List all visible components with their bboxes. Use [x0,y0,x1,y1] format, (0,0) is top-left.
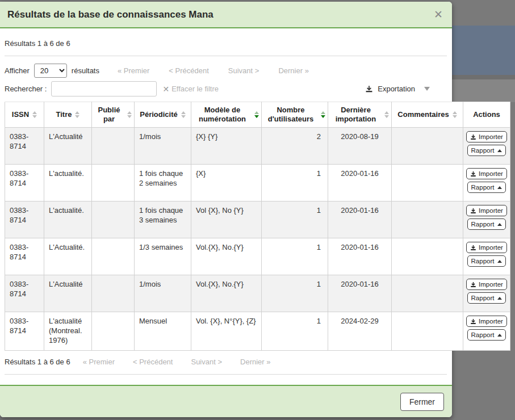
cell-publie-par [92,165,135,201]
report-button[interactable]: Rapport [467,145,506,156]
cell-titre: L'Actualité [44,275,92,312]
cell-modele: {X} {Y} [191,128,262,165]
clear-icon: ✕ [162,85,169,94]
download-icon [470,282,476,288]
report-button[interactable]: Rapport [467,255,506,267]
search-label: Rechercher : [5,85,47,93]
cell-commentaires [392,238,463,275]
cell-titre: L'actualité. [44,201,92,238]
report-button[interactable]: Rapport [467,219,506,230]
clear-filter-button[interactable]: ✕ Effacer le filtre [162,85,219,94]
sort-icon [75,111,79,118]
cell-actions: Importer Rapport [463,238,510,275]
cell-publie-par [92,312,135,351]
results-label: résultats [72,66,99,75]
column-header-issn[interactable]: ISSN [5,102,44,128]
search-row: Rechercher : ✕ Effacer le filtre Exporta… [5,81,447,96]
column-header-actions: Actions [463,102,510,128]
results-summary-top: Résultats 1 à 6 de 6 [5,39,447,48]
backdrop-light-band [451,79,515,102]
chevron-up-icon [497,186,502,189]
cell-utilisateurs: 1 [262,165,328,201]
cell-importation: 2020-01-16 [328,275,392,312]
close-icon[interactable]: ✕ [434,9,443,20]
sort-icon [32,111,37,118]
pagination-prev-bottom[interactable]: < Précédent [133,358,173,366]
column-header-periodicite[interactable]: Périodicité [135,102,191,128]
chevron-up-icon [497,149,502,152]
table-row: 0383-8714 L'Actualité 1/mois {X} {Y} 2 2… [5,128,510,165]
download-icon [470,134,476,140]
clear-filter-label: Effacer le filtre [171,85,219,93]
report-button[interactable]: Rapport [467,329,506,341]
cell-utilisateurs: 1 [262,201,328,238]
cell-actions: Importer Rapport [463,165,510,201]
download-icon [470,245,476,251]
pagination-last-bottom[interactable]: Dernier » [240,358,270,366]
cell-commentaires [392,165,463,201]
cell-issn: 0383-8714 [5,275,44,312]
report-button[interactable]: Rapport [467,292,506,304]
cell-publie-par [92,275,135,312]
table-row: 0383-8714 L'actualité. 1 fois chaque 2 s… [5,165,510,201]
cell-utilisateurs: 1 [262,275,328,312]
cell-periodicite: 1 fois chaque 2 semaines [135,165,191,201]
import-button[interactable]: Importer [466,316,507,327]
cell-actions: Importer Rapport [463,312,510,351]
cell-periodicite: Mensuel [135,312,191,351]
dialog-title: Résultats de la base de connaissances Ma… [7,9,213,20]
table-row: 0383-8714 L'actualité (Montreal. 1976) M… [5,312,510,351]
pagination-first-bottom[interactable]: « Premier [83,358,115,366]
sort-icon [127,111,132,118]
pagination-next-bottom[interactable]: Suivant > [191,358,222,366]
pagination-next[interactable]: Suivant > [228,66,259,75]
report-button[interactable]: Rapport [467,182,506,193]
pagination-first[interactable]: « Premier [118,66,149,75]
cell-modele: Vol. {X}, N°{Y}, {Z} [191,312,262,351]
search-input[interactable] [51,81,157,96]
column-header-modele[interactable]: Modèle de numérotation [191,102,262,128]
import-button[interactable]: Importer [466,242,507,253]
pagination-last[interactable]: Dernier » [278,66,308,75]
download-icon [470,171,476,177]
sort-desc-icon [254,111,259,118]
import-button[interactable]: Importer [466,205,507,216]
cell-modele: Vol {X}, No {Y} [191,201,262,238]
chevron-down-icon [424,87,430,91]
column-header-titre[interactable]: Titre [44,102,92,128]
cell-titre: L'actualité (Montreal. 1976) [44,312,92,351]
dialog-body: Résultats 1 à 6 de 6 Afficher 20 résulta… [0,39,452,375]
cell-utilisateurs: 1 [262,312,328,351]
sort-icon [181,111,186,118]
close-button[interactable]: Fermer [400,393,444,411]
page-size-select[interactable]: 20 [34,64,67,78]
chevron-up-icon [497,297,502,300]
column-header-commentaires[interactable]: Commentaires [392,102,463,128]
cell-titre: L'Actualité [44,128,92,165]
cell-periodicite: 1/mois [135,128,191,165]
pagination-bottom: « Premier < Précédent Suivant > Dernier … [83,358,271,366]
import-button[interactable]: Importer [466,279,507,290]
column-header-utilisateurs[interactable]: Nombre d'utilisateurs [262,102,328,128]
cell-commentaires [392,128,463,165]
column-header-importation[interactable]: Dernière importation [328,102,392,128]
cell-actions: Importer Rapport [463,201,510,238]
import-button[interactable]: Importer [466,131,507,142]
divider [5,56,447,56]
cell-issn: 0383-8714 [5,312,44,351]
export-button[interactable]: Exportation [365,85,430,93]
bottom-pagination-row: Résultats 1 à 6 de 6 « Premier < Précéde… [5,358,447,366]
cell-importation: 2020-01-16 [328,238,392,275]
import-button[interactable]: Importer [466,168,507,179]
cell-modele: {X} [191,165,262,201]
export-label: Exportation [378,85,415,93]
download-icon [365,85,373,93]
cell-periodicite: 1 fois chaque 3 semaines [135,201,191,238]
page-size-row: Afficher 20 résultats « Premier < Précéd… [5,64,447,78]
cell-modele: Vol.{X}, No.{Y} [191,238,262,275]
column-header-publie-par[interactable]: Publié par [92,102,135,128]
cell-actions: Importer Rapport [463,128,510,165]
pagination-prev[interactable]: < Précédent [169,66,208,75]
cell-issn: 0383-8714 [5,128,44,165]
table-header-row: ISSN Titre Publié par Périodicité Modèle… [5,102,510,128]
